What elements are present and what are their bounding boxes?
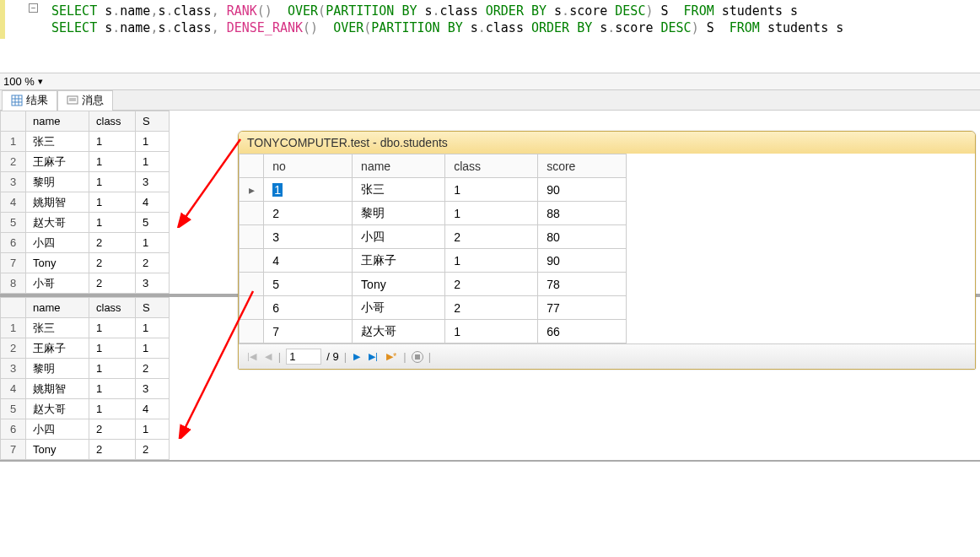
- cell-s[interactable]: 5: [136, 213, 170, 233]
- cell-class[interactable]: 1: [89, 359, 136, 379]
- cell-name[interactable]: Tony: [353, 273, 445, 296]
- row-header[interactable]: 6: [1, 419, 26, 440]
- row-header[interactable]: 5: [1, 399, 26, 419]
- tab-results[interactable]: 结果: [2, 90, 57, 111]
- row-header[interactable]: 6: [1, 233, 26, 253]
- cell-class[interactable]: 1: [89, 338, 136, 359]
- col-header-name[interactable]: name: [26, 298, 89, 318]
- cell-s[interactable]: 2: [136, 253, 170, 273]
- cell-name[interactable]: 张三: [26, 318, 89, 338]
- nav-current-input[interactable]: [286, 349, 321, 365]
- cell-no[interactable]: 5: [264, 273, 353, 296]
- cell-s[interactable]: 1: [136, 419, 170, 440]
- cell-name[interactable]: 姚期智: [26, 192, 89, 213]
- cell-s[interactable]: 1: [136, 338, 170, 359]
- table-row[interactable]: 4王麻子190: [240, 249, 627, 273]
- cell-name[interactable]: 王麻子: [26, 338, 89, 359]
- cell-class[interactable]: 1: [445, 202, 538, 225]
- cell-class[interactable]: 2: [89, 419, 136, 440]
- cell-score[interactable]: 90: [538, 178, 627, 202]
- cell-class[interactable]: 2: [445, 225, 538, 249]
- zoom-dropdown-icon[interactable]: ▾: [38, 76, 43, 87]
- cell-name[interactable]: 王麻子: [26, 152, 89, 172]
- cell-s[interactable]: 1: [136, 318, 170, 338]
- sql-editor[interactable]: − SELECT s.name,s.class, RANK() OVER(PAR…: [0, 0, 980, 39]
- col-header-s[interactable]: S: [136, 111, 170, 132]
- nav-next-icon[interactable]: ▶: [352, 351, 362, 362]
- col-header-name[interactable]: name: [353, 154, 445, 178]
- cell-class[interactable]: 1: [445, 320, 538, 343]
- table-row[interactable]: ▸1张三190: [240, 178, 627, 202]
- tab-messages[interactable]: 消息: [57, 90, 113, 111]
- nav-first-icon[interactable]: |◀: [245, 351, 258, 362]
- cell-class[interactable]: 1: [89, 152, 136, 172]
- table-row[interactable]: 3小四280: [240, 225, 627, 249]
- cell-name[interactable]: 小哥: [353, 296, 445, 320]
- cell-score[interactable]: 88: [538, 202, 627, 225]
- cell-s[interactable]: 1: [136, 152, 170, 172]
- col-header-s[interactable]: S: [136, 298, 170, 318]
- cell-class[interactable]: 1: [89, 172, 136, 192]
- cell-score[interactable]: 80: [538, 225, 627, 249]
- nav-new-icon[interactable]: ▶*: [385, 351, 398, 362]
- cell-class[interactable]: 1: [445, 178, 538, 202]
- cell-no[interactable]: 1: [264, 178, 353, 202]
- cell-name[interactable]: 小四: [353, 225, 445, 249]
- row-header[interactable]: 4: [1, 379, 26, 399]
- table-row[interactable]: 6小哥277: [240, 296, 627, 320]
- cell-class[interactable]: 1: [89, 399, 136, 419]
- cell-class[interactable]: 2: [445, 273, 538, 296]
- row-header[interactable]: 3: [1, 359, 26, 379]
- cell-name[interactable]: 黎明: [26, 172, 89, 192]
- table-row[interactable]: 1张三11: [1, 318, 170, 338]
- cell-name[interactable]: 小哥: [26, 273, 89, 294]
- data-table-window[interactable]: TONYCOMPUTER.test - dbo.students no name…: [238, 131, 976, 370]
- table-row[interactable]: 2王麻子11: [1, 152, 170, 172]
- col-header-score[interactable]: score: [538, 154, 627, 178]
- cell-s[interactable]: 2: [136, 359, 170, 379]
- table-row[interactable]: 7Tony22: [1, 440, 170, 460]
- cell-class[interactable]: 2: [89, 273, 136, 294]
- row-header[interactable]: 4: [1, 192, 26, 213]
- cell-s[interactable]: 1: [136, 233, 170, 253]
- cell-s[interactable]: 3: [136, 379, 170, 399]
- cell-no[interactable]: 4: [264, 249, 353, 273]
- cell-class[interactable]: 1: [89, 318, 136, 338]
- cell-class[interactable]: 2: [89, 253, 136, 273]
- zoom-value[interactable]: 100 %: [3, 75, 35, 88]
- cell-score[interactable]: 77: [538, 296, 627, 320]
- cell-name[interactable]: 张三: [26, 132, 89, 152]
- cell-class[interactable]: 2: [445, 296, 538, 320]
- table-row[interactable]: 7Tony22: [1, 253, 170, 273]
- row-header[interactable]: 5: [1, 213, 26, 233]
- table-row[interactable]: 3黎明12: [1, 359, 170, 379]
- cell-s[interactable]: 1: [136, 132, 170, 152]
- row-header[interactable]: 2: [1, 152, 26, 172]
- table-row[interactable]: 7赵大哥166: [240, 320, 627, 343]
- col-header-class[interactable]: class: [89, 298, 136, 318]
- cell-name[interactable]: 黎明: [353, 202, 445, 225]
- cell-name[interactable]: 赵大哥: [353, 320, 445, 343]
- cell-class[interactable]: 1: [89, 192, 136, 213]
- cell-s[interactable]: 4: [136, 192, 170, 213]
- cell-no[interactable]: 6: [264, 296, 353, 320]
- cell-score[interactable]: 78: [538, 273, 627, 296]
- cell-name[interactable]: 小四: [26, 419, 89, 440]
- nav-stop-icon[interactable]: [412, 351, 423, 363]
- col-header-class[interactable]: class: [89, 111, 136, 132]
- row-header[interactable]: 8: [1, 273, 26, 294]
- cell-s[interactable]: 4: [136, 399, 170, 419]
- cell-score[interactable]: 66: [538, 320, 627, 343]
- cell-s[interactable]: 2: [136, 440, 170, 460]
- row-header[interactable]: 1: [1, 318, 26, 338]
- cell-name[interactable]: 姚期智: [26, 379, 89, 399]
- cell-name[interactable]: 小四: [26, 233, 89, 253]
- cell-class[interactable]: 1: [445, 249, 538, 273]
- cell-name[interactable]: 赵大哥: [26, 399, 89, 419]
- row-header[interactable]: 7: [1, 253, 26, 273]
- row-header[interactable]: 7: [1, 440, 26, 460]
- cell-class[interactable]: 1: [89, 379, 136, 399]
- cell-name[interactable]: 张三: [353, 178, 445, 202]
- table-row[interactable]: 8小哥23: [1, 273, 170, 294]
- row-header[interactable]: 2: [1, 338, 26, 359]
